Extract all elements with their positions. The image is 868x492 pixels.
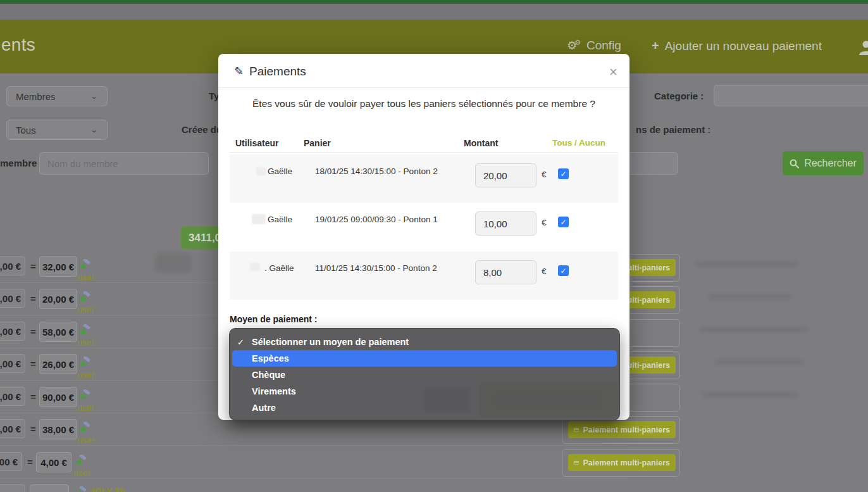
- amount-text: 14,00 €: [34, 489, 65, 492]
- amount-text: 20,00 €: [42, 294, 74, 305]
- col-header-user: Utilisateur: [235, 138, 278, 148]
- category-label: Categorie :: [654, 91, 704, 101]
- equals-sign: =: [30, 391, 36, 402]
- row-amount-field[interactable]: [476, 261, 536, 284]
- page-title-fragment: ents: [1, 35, 35, 55]
- row-amount-field[interactable]: [476, 164, 536, 187]
- amount-text: 6,00 €: [0, 358, 21, 369]
- total-amount-value: 3411,0: [189, 232, 221, 244]
- row-amount-box: 38,00 €: [39, 419, 77, 439]
- edit-chart-icon[interactable]: [75, 486, 87, 492]
- modal-divider: [230, 152, 618, 153]
- edit-chart-icon[interactable]: [75, 455, 87, 465]
- row-amount-input[interactable]: [475, 260, 536, 284]
- equals-sign: =: [30, 293, 36, 304]
- category-input-field[interactable]: [714, 85, 868, 106]
- row-basket: 11/01/25 14:30/15:00 - Ponton 2: [315, 263, 437, 273]
- edit-chart-icon[interactable]: [78, 291, 91, 301]
- equals-sign: =: [27, 457, 33, 467]
- paid-amount-fragment: 8,00 €: [0, 419, 25, 438]
- amount-text: 8,00 €: [0, 424, 21, 434]
- dropdown-option-especes[interactable]: Espèces: [232, 350, 617, 367]
- user-caption: user: [73, 468, 90, 478]
- category-input[interactable]: [714, 85, 868, 106]
- gears-icon: ⚙⚙: [567, 39, 581, 53]
- row-amount-input[interactable]: [475, 163, 536, 187]
- row-amount-box: 20,00 €: [39, 289, 77, 309]
- edit-chart-icon[interactable]: [78, 389, 91, 400]
- edit-chart-icon[interactable]: [78, 259, 91, 269]
- row-amount-box: 58,00 €: [39, 322, 77, 342]
- currency-symbol: €: [542, 170, 547, 179]
- check-icon: ✓: [232, 337, 252, 347]
- user-account-icon[interactable]: [858, 39, 868, 56]
- equals-sign: =: [30, 261, 36, 272]
- amount-text: 0,00 €: [0, 326, 21, 337]
- redacted-name: [256, 167, 266, 175]
- dropdown-option-label: Autre: [252, 403, 276, 413]
- member-name-input-field[interactable]: [40, 153, 208, 174]
- row-user: Gaëlle: [268, 167, 292, 176]
- modal-title: Paiements: [249, 65, 306, 79]
- row-amount-box: 4,00 €: [36, 452, 71, 472]
- multi-basket-payment-button[interactable]: Paiement multi-paniers: [568, 454, 676, 471]
- paid-amount-fragment: 0,00 €: [0, 322, 25, 341]
- row-amount-box: 14,00 €: [30, 484, 69, 492]
- add-payment-label: Ajouter un nouveau paiement: [665, 39, 822, 53]
- user-caption: user: [77, 403, 94, 413]
- redacted-content: [156, 253, 191, 272]
- toggle-all-link[interactable]: Tous / Aucun: [552, 138, 605, 148]
- row-checkbox[interactable]: ✓: [558, 168, 569, 179]
- member-name-input[interactable]: [39, 152, 209, 175]
- edit-chart-icon[interactable]: [78, 356, 91, 367]
- row-amount-field[interactable]: [476, 212, 536, 235]
- search-icon: [790, 159, 799, 168]
- members-select-value: Membres: [16, 91, 56, 102]
- members-select[interactable]: Membres ⌄: [6, 86, 108, 106]
- dropdown-option-autre[interactable]: Autre: [232, 400, 617, 416]
- close-icon[interactable]: ×: [609, 65, 617, 79]
- amount-text: 90,00 €: [42, 392, 74, 403]
- payment-method-dropdown: ✓ Sélectionner un moyen de paiement Espè…: [229, 328, 620, 420]
- dropdown-option-placeholder[interactable]: ✓ Sélectionner un moyen de paiement: [232, 334, 617, 350]
- row-amount-box: 90,00 €: [39, 387, 77, 407]
- row-checkbox[interactable]: ✓: [558, 217, 569, 227]
- search-button[interactable]: Rechercher: [783, 151, 864, 175]
- multi-basket-payment-label: Paiement multi-paniers: [583, 458, 670, 467]
- redacted-name: [252, 214, 266, 224]
- equals-sign: =: [30, 424, 36, 434]
- equals-sign: =: [30, 358, 36, 369]
- multi-basket-payment-button[interactable]: Paiement multi-paniers: [568, 421, 676, 438]
- chevron-down-icon: ⌄: [90, 125, 98, 134]
- dropdown-option-label: Chèque: [252, 370, 285, 380]
- member-name-text: JOLY Th: [90, 486, 125, 492]
- member-name-label: membre :: [0, 158, 43, 168]
- config-label: Config: [586, 39, 621, 53]
- amount-text: 0,00 €: [0, 293, 21, 304]
- dropdown-option-cheque[interactable]: Chèque: [232, 367, 617, 383]
- row-action-card: Paiement multi-paniers: [562, 449, 680, 477]
- search-button-label: Rechercher: [804, 158, 857, 169]
- paid-amount-fragment: 0,00 €: [0, 289, 25, 308]
- redacted-content: [699, 327, 807, 332]
- created-from-label: Créee du: [182, 124, 222, 135]
- screen: ents ⚙⚙ Config + Ajouter un nouveau paie…: [0, 0, 868, 492]
- row-user: Gaëlle: [268, 215, 292, 224]
- dropdown-option-label: Espèces: [252, 353, 289, 363]
- paid-amount-fragment: 2,00 €: [0, 256, 25, 275]
- row-amount-input[interactable]: [475, 211, 536, 236]
- amount-text: 26,00 €: [42, 359, 74, 370]
- secondary-strip: [0, 4, 868, 20]
- row-checkbox[interactable]: ✓: [558, 265, 569, 276]
- status-select[interactable]: Tous ⌄: [6, 120, 108, 140]
- redacted-content: [696, 262, 797, 267]
- card-icon: [574, 427, 579, 433]
- redacted-content: [702, 393, 797, 397]
- dropdown-option-virements[interactable]: Virements: [232, 383, 617, 400]
- add-payment-button[interactable]: + Ajouter un nouveau paiement: [652, 39, 822, 53]
- edit-chart-icon[interactable]: [78, 422, 91, 432]
- paid-amount-fragment: ,00 €: [0, 452, 22, 471]
- config-button[interactable]: ⚙⚙ Config: [567, 39, 621, 53]
- redacted-name: [250, 263, 260, 271]
- edit-chart-icon[interactable]: [78, 324, 91, 334]
